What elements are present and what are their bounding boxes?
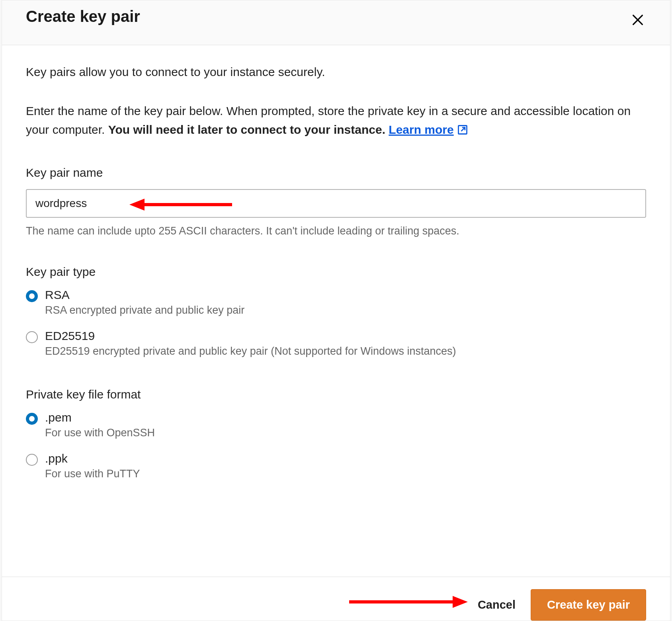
radio-title: .ppk xyxy=(45,452,140,465)
external-link-icon xyxy=(457,124,468,135)
radio-desc: For use with PuTTY xyxy=(45,468,140,480)
intro-text-2b: You will need it later to connect to you… xyxy=(108,123,385,136)
radio-format-pem[interactable]: .pem For use with OpenSSH xyxy=(26,411,646,439)
learn-more-link[interactable]: Learn more xyxy=(389,121,468,139)
create-key-pair-button[interactable]: Create key pair xyxy=(531,589,646,621)
radio-title: .pem xyxy=(45,411,155,424)
modal-header: Create key pair xyxy=(2,0,670,45)
keypair-name-help: The name can include upto 255 ASCII char… xyxy=(26,225,646,237)
radio-desc: For use with OpenSSH xyxy=(45,427,155,439)
keypair-type-label: Key pair type xyxy=(26,265,646,279)
close-button[interactable] xyxy=(629,12,646,29)
keypair-name-input[interactable] xyxy=(26,189,646,218)
radio-format-ppk[interactable]: .ppk For use with PuTTY xyxy=(26,452,646,480)
cancel-label: Cancel xyxy=(478,598,516,611)
radio-type-rsa[interactable]: RSA RSA encrypted private and public key… xyxy=(26,288,646,316)
create-key-pair-label: Create key pair xyxy=(547,598,630,611)
radio-indicator-unselected xyxy=(26,454,38,466)
learn-more-text: Learn more xyxy=(389,121,453,139)
annotation-arrow-create xyxy=(348,595,468,609)
cancel-button[interactable]: Cancel xyxy=(474,590,520,619)
modal-title: Create key pair xyxy=(26,8,140,25)
radio-indicator-unselected xyxy=(26,331,38,343)
svg-marker-7 xyxy=(453,596,468,608)
intro-text-2: Enter the name of the key pair below. Wh… xyxy=(26,102,646,139)
radio-title: RSA xyxy=(45,288,244,302)
radio-desc: ED25519 encrypted private and public key… xyxy=(45,345,456,357)
radio-type-ed25519[interactable]: ED25519 ED25519 encrypted private and pu… xyxy=(26,329,646,357)
keypair-name-label: Key pair name xyxy=(26,166,646,180)
modal-footer: Cancel Create key pair xyxy=(2,576,670,621)
create-key-pair-modal: Create key pair Key pairs allow you to c… xyxy=(2,0,670,621)
radio-indicator-selected xyxy=(26,413,38,425)
keyfile-format-label: Private key file format xyxy=(26,388,646,401)
intro-text-1: Key pairs allow you to connect to your i… xyxy=(26,65,646,79)
radio-desc: RSA encrypted private and public key pai… xyxy=(45,304,244,316)
radio-title: ED25519 xyxy=(45,329,456,343)
radio-indicator-selected xyxy=(26,290,38,302)
modal-body: Key pairs allow you to connect to your i… xyxy=(2,45,670,576)
close-icon xyxy=(631,13,645,27)
